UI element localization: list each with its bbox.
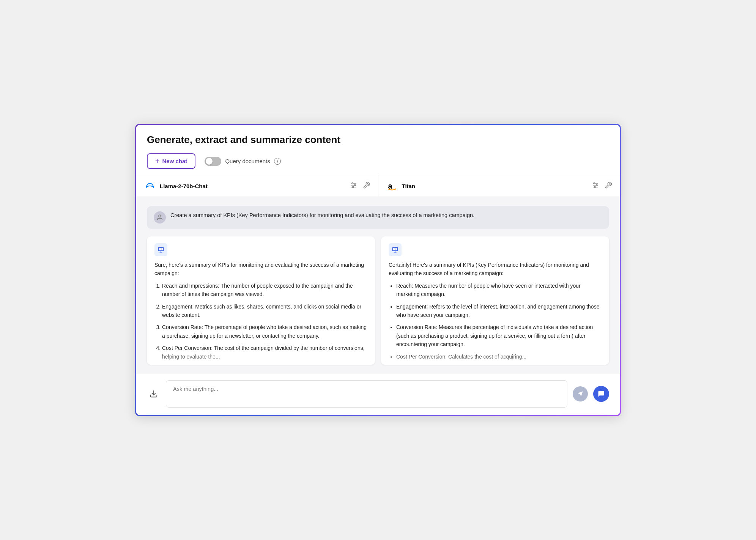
response-intro-llama: Sure, here's a summary of KPIs for monit… [154,261,367,278]
list-item: Engagement: Metrics such as likes, share… [162,302,367,320]
list-item: Conversion Rate: The percentage of peopl… [162,323,367,340]
svg-point-11 [596,184,597,186]
input-area [136,374,620,415]
amazon-logo: a [386,180,398,192]
main-container: Generate, extract and summarize content … [136,125,620,415]
list-item: Cost Per Conversion: The cost of the cam… [162,344,367,361]
user-message: Create a summary of KPIs (Key Performanc… [147,206,609,229]
response-card-llama: Sure, here's a summary of KPIs for monit… [147,236,375,365]
response-text-llama: Sure, here's a summary of KPIs for monit… [154,261,367,361]
ai-icon-titan [389,243,402,256]
svg-rect-22 [395,249,397,249]
wrench-icon-titan[interactable] [605,181,612,191]
page-header: Generate, extract and summarize content … [136,125,620,175]
download-button[interactable] [147,387,161,401]
svg-rect-23 [395,249,396,250]
svg-rect-16 [159,249,160,249]
model-name-llama: Llama-2-70b-Chat [160,183,346,189]
wrench-icon-llama[interactable] [363,181,370,191]
list-item: Reach: Measures the number of people who… [396,282,602,299]
chat-input[interactable] [166,380,567,408]
svg-text:a: a [388,182,392,190]
list-item: Conversion Rate: Measures the percentage… [396,323,602,348]
query-docs-toggle[interactable] [205,157,221,166]
plus-icon: + [155,157,159,165]
list-item: Engagement: Refers to the level of inter… [396,302,602,320]
svg-rect-18 [161,249,162,250]
svg-point-5 [352,186,353,187]
model-tab-titan[interactable]: a Titan [378,175,620,197]
ai-icon-llama [154,243,167,256]
sliders-icon-titan[interactable] [592,181,599,191]
list-item: Reach and Impressions: The number of peo… [162,282,367,299]
response-header-titan [389,243,602,256]
svg-point-3 [352,183,353,184]
user-avatar [154,211,166,224]
response-text-titan: Certainly! Here's a summary of KPIs (Key… [389,261,602,361]
tab-icons-titan [592,181,612,191]
svg-point-13 [159,215,161,217]
response-card-titan: Certainly! Here's a summary of KPIs (Key… [381,236,609,365]
query-docs-label: Query documents [225,158,270,164]
list-item: Cost Per Conversion: Calculates the cost… [396,353,602,361]
user-avatar-icon [156,214,163,221]
meta-logo [144,180,156,192]
tab-icons-llama [350,181,370,191]
response-list-llama: Reach and Impressions: The number of peo… [154,282,367,361]
new-chat-label: New chat [162,158,187,164]
svg-rect-17 [161,249,162,249]
feedback-icon [597,390,605,398]
send-icon [577,391,583,397]
chat-area: Create a summary of KPIs (Key Performanc… [136,197,620,374]
feedback-button[interactable] [593,386,609,402]
app-wrapper: Generate, extract and summarize content … [135,124,621,416]
toolbar-row: + New chat Query documents i [147,153,609,169]
response-bullets-titan: Reach: Measures the number of people who… [389,282,602,361]
info-icon[interactable]: i [274,158,281,165]
responses-grid: Sure, here's a summary of KPIs for monit… [147,236,609,365]
new-chat-button[interactable]: + New chat [147,153,195,169]
svg-point-12 [594,186,595,187]
svg-point-4 [354,184,355,186]
send-button[interactable] [573,386,588,401]
svg-rect-15 [159,248,163,250]
model-tabs: Llama-2-70b-Chat [136,175,620,197]
page-title: Generate, extract and summarize content [147,134,609,146]
query-docs-row: Query documents i [205,157,280,166]
svg-point-10 [594,183,595,184]
response-header-llama [154,243,367,256]
sliders-icon-llama[interactable] [350,181,358,191]
user-message-text: Create a summary of KPIs (Key Performanc… [170,211,474,220]
model-name-titan: Titan [402,183,588,189]
response-intro-titan: Certainly! Here's a summary of KPIs (Key… [389,261,602,278]
svg-rect-20 [393,248,397,250]
model-tab-llama[interactable]: Llama-2-70b-Chat [136,175,378,197]
svg-rect-21 [394,249,394,249]
